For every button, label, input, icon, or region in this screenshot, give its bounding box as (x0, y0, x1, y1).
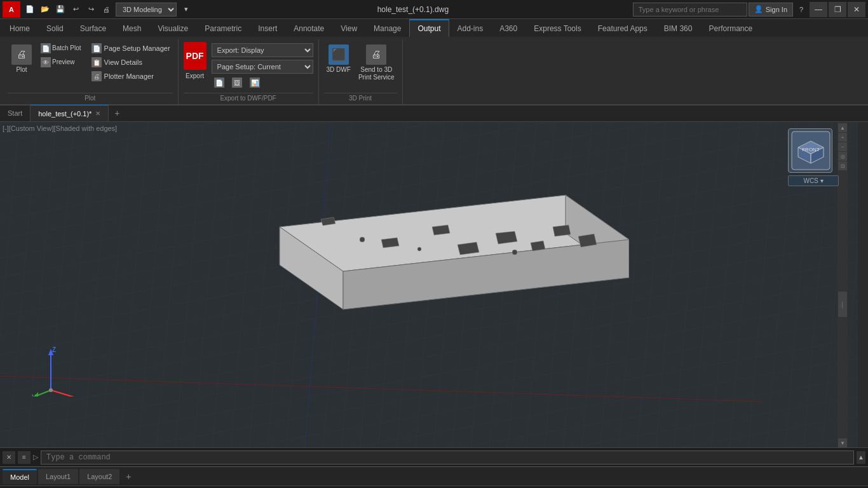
cmd-close-button[interactable]: ✕ (3, 451, 15, 464)
tab-addins[interactable]: Add-ins (449, 19, 492, 37)
qa-redo[interactable]: ↪ (84, 3, 98, 17)
viewport-label: [-][Custom View][Shaded with edges] (3, 125, 117, 132)
ribbon: Home Solid Surface Mesh Visualize Parame… (0, 19, 868, 105)
workspace-selector[interactable]: 3D Modeling (116, 3, 177, 17)
pdf-export-icon[interactable]: PDF (184, 42, 207, 70)
rs-btn-scroll[interactable]: │ (838, 292, 847, 317)
plot-group-label: Plot (8, 93, 173, 104)
svg-marker-10 (432, 225, 450, 235)
minimize-button[interactable]: — (810, 2, 827, 17)
tab-visualize[interactable]: Visualize (149, 19, 196, 37)
export-options-btn3[interactable]: 📊 (247, 76, 262, 89)
batch-plot-icon: 📄 (41, 43, 51, 53)
page-setup-select[interactable]: Page Setup: Current (212, 60, 313, 74)
close-button[interactable]: ✕ (848, 2, 865, 17)
ribbon-tab-bar: Home Solid Surface Mesh Visualize Parame… (0, 19, 868, 37)
tab-annotate[interactable]: Annotate (285, 19, 332, 37)
new-layout-button[interactable]: + (121, 469, 136, 484)
rs-btn-bottom[interactable]: ▼ (838, 438, 847, 447)
rs-btn3[interactable]: − (838, 142, 847, 151)
restore-button[interactable]: ❐ (829, 2, 846, 17)
tab-insert[interactable]: Insert (250, 19, 285, 37)
tab-featured-apps[interactable]: Featured Apps (590, 19, 656, 37)
ribbon-group-plot: 🖨 Plot 📄 Batch Plot 👁 Preview 📄 (3, 39, 179, 104)
batch-plot-label: Batch Plot (52, 44, 81, 52)
doc-tab-start[interactable]: Start (0, 105, 31, 121)
quick-access-toolbar: 📄 📂 💾 ↩ ↪ 🖨 (23, 3, 113, 17)
svg-point-25 (49, 388, 53, 392)
page-setup-label: Page Setup Manager (104, 44, 170, 52)
layout-tab-bar: Model Layout1 Layout2 + (0, 466, 868, 485)
layout-tab-model[interactable]: Model (3, 469, 37, 484)
main-tab-label: hole_test_(+0.1)* (38, 110, 92, 118)
plotter-manager-button[interactable]: 🖨 Plotter Manager (89, 70, 173, 83)
rs-btn2[interactable]: + (838, 133, 847, 142)
tab-a360[interactable]: A360 (491, 19, 526, 37)
titlebar-right: 👤 Sign In ? — ❐ ✕ (633, 2, 868, 17)
view-details-icon: 📋 (92, 57, 102, 67)
ribbon-search[interactable] (633, 3, 747, 17)
3dprint-group-label: 3D Print (324, 93, 397, 104)
export-group-label: Export to DWF/PDF (184, 93, 313, 104)
rs-btn4[interactable]: ◎ (838, 152, 847, 161)
layout-tab-layout1[interactable]: Layout1 (38, 469, 78, 484)
view-details-label: View Details (104, 58, 142, 66)
help-button[interactable]: ? (794, 3, 808, 17)
tab-view[interactable]: View (332, 19, 365, 37)
send-to-3d-print-button[interactable]: 🖨 Send to 3DPrint Service (356, 42, 397, 84)
tab-surface[interactable]: Surface (72, 19, 114, 37)
command-input[interactable] (41, 451, 854, 464)
cmd-scroll-up[interactable]: ▲ (857, 451, 865, 464)
export-icon3: 📊 (250, 78, 260, 88)
tab-manage[interactable]: Manage (365, 19, 409, 37)
export-options-btn1[interactable]: 📄 (212, 76, 227, 89)
svg-text:Z: Z (52, 346, 56, 353)
qa-undo[interactable]: ↩ (69, 3, 83, 17)
preview-icon: 👁 (41, 57, 51, 67)
batch-plot-button[interactable]: 📄 Batch Plot (38, 42, 84, 55)
svg-marker-9 (381, 238, 399, 248)
navcube-face[interactable]: FRONT (788, 128, 832, 173)
plot-label: Plot (16, 66, 27, 74)
start-tab-label: Start (8, 109, 22, 117)
qa-save[interactable]: 💾 (53, 3, 67, 17)
3ddwf-button[interactable]: ⬛ 3D DWF (324, 42, 353, 76)
tab-mesh[interactable]: Mesh (114, 19, 149, 37)
coordinate-axes: X Y Z (32, 346, 83, 396)
sign-in-button[interactable]: 👤 Sign In (749, 3, 793, 17)
nav-cube[interactable]: FRONT WCS ▾ (788, 128, 839, 192)
layout-tab-layout2[interactable]: Layout2 (79, 469, 119, 484)
viewport[interactable]: [-][Custom View][Shaded with edges] (0, 122, 858, 447)
page-setup-icon: 📄 (92, 43, 102, 53)
export-options-btn2[interactable]: 🖼 (229, 76, 245, 89)
tab-express-tools[interactable]: Express Tools (526, 19, 589, 37)
qa-print[interactable]: 🖨 (99, 3, 113, 17)
main-tab-close[interactable]: ✕ (95, 110, 100, 117)
tab-performance[interactable]: Performance (700, 19, 761, 37)
cmd-options-button[interactable]: ≡ (18, 451, 31, 464)
svg-marker-14 (553, 225, 571, 236)
export-icon2: 🖼 (232, 78, 242, 88)
export-display-select[interactable]: Export: Display (212, 43, 313, 57)
svg-marker-15 (578, 234, 597, 247)
rs-btn5[interactable]: ⊡ (838, 161, 847, 170)
tab-parametric[interactable]: Parametric (196, 19, 250, 37)
workspace-dropdown[interactable]: ▾ (179, 3, 193, 17)
tab-solid[interactable]: Solid (38, 19, 72, 37)
tab-bim360[interactable]: BIM 360 (656, 19, 701, 37)
preview-button[interactable]: 👁 Preview (38, 56, 84, 69)
new-doc-tab-button[interactable]: + (109, 105, 125, 121)
view-details-button[interactable]: 📋 View Details (89, 56, 173, 69)
qa-open[interactable]: 📂 (38, 3, 52, 17)
qa-new[interactable]: 📄 (23, 3, 37, 17)
wcs-label[interactable]: WCS ▾ (788, 175, 839, 186)
sign-in-icon: 👤 (754, 5, 763, 13)
tab-output[interactable]: Output (409, 19, 449, 37)
plot-button[interactable]: 🖨 Plot (8, 42, 36, 76)
rs-btn1[interactable]: ▲ (838, 123, 847, 132)
tab-home[interactable]: Home (1, 19, 38, 37)
page-setup-manager-button[interactable]: 📄 Page Setup Manager (89, 42, 173, 55)
document-tab-bar: Start hole_test_(+0.1)* ✕ + (0, 105, 868, 122)
doc-tab-main[interactable]: hole_test_(+0.1)* ✕ (31, 105, 109, 121)
svg-line-21 (51, 390, 83, 396)
